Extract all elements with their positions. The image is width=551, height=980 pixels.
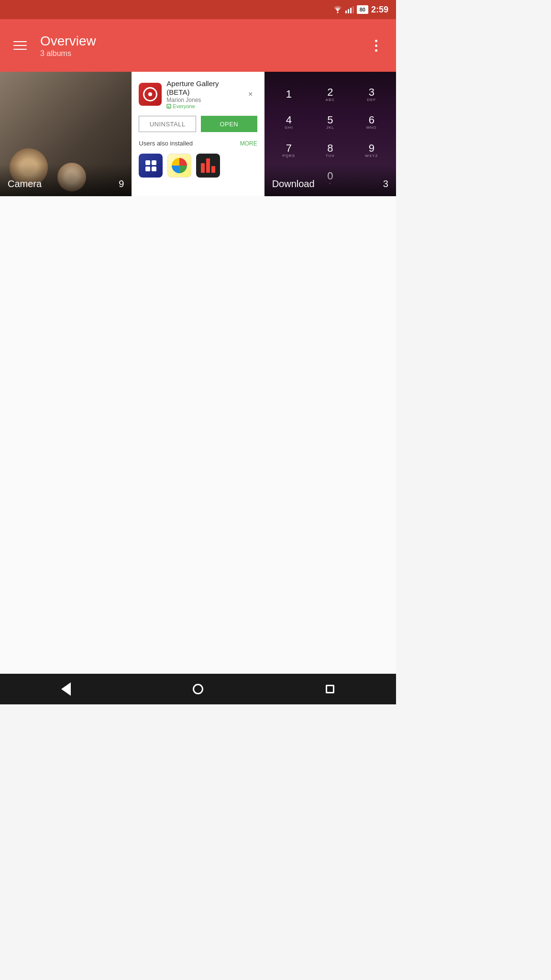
hamburger-line-1 (13, 41, 27, 42)
svg-rect-3 (350, 8, 352, 13)
albums-count: 3 albums (40, 49, 365, 58)
app-card-actions: UNINSTALL OPEN (132, 114, 264, 137)
pin-key-7: 7 PQRS (269, 137, 309, 164)
pin-key-9: 9 WXYZ (352, 137, 391, 164)
app-bar: Overview 3 albums (0, 19, 396, 72)
pin-key-2: 2 ABC (310, 81, 350, 108)
pin-key-3: 3 DEF (352, 81, 391, 108)
app-card-overlay: Aperture Gallery (BETA) Marion Jones E E… (132, 72, 264, 196)
app-name: Aperture Gallery (BETA) (166, 79, 239, 97)
recents-icon (326, 685, 334, 693)
back-icon (61, 682, 71, 696)
suggested-app-1[interactable] (139, 154, 163, 178)
uninstall-button[interactable]: UNINSTALL (139, 116, 196, 132)
camera-album-count: 9 (119, 178, 124, 189)
app-icon-inner (143, 87, 157, 101)
pin-key-6: 6 MNO (352, 110, 391, 136)
overflow-dot-1 (375, 40, 377, 42)
svg-rect-2 (348, 9, 349, 13)
app-author: Marion Jones (166, 97, 239, 103)
grid-cell-1 (145, 160, 150, 165)
navigation-bar (0, 674, 396, 704)
download-album-name: Download (272, 178, 315, 189)
app-info: Aperture Gallery (BETA) Marion Jones E E… (166, 79, 239, 109)
home-icon (193, 684, 203, 694)
more-button[interactable]: MORE (240, 140, 257, 147)
app-bar-title-group: Overview 3 albums (40, 33, 365, 58)
open-button[interactable]: OPEN (201, 116, 257, 132)
app-rating: E Everyone (166, 103, 239, 109)
hamburger-line-2 (13, 45, 27, 46)
app-card-apps-row (132, 150, 264, 181)
mini-bar-2 (206, 158, 210, 173)
overflow-menu-button[interactable] (365, 35, 386, 56)
pin-key-8: 8 TUV (310, 137, 350, 164)
svg-rect-4 (353, 6, 354, 13)
mini-bar-3 (211, 166, 215, 173)
pin-key-5: 5 JKL (310, 110, 350, 136)
grid-cell-3 (145, 167, 150, 171)
pin-key-4: 4 GHI (269, 110, 309, 136)
users-also-installed-section: Users also installed MORE (132, 137, 264, 150)
download-album-count: 3 (383, 178, 388, 189)
album-card-download[interactable]: 1 2 ABC 3 DEF 4 GHI 5 JKL (264, 72, 396, 196)
recents-button[interactable] (316, 675, 344, 703)
hamburger-button[interactable] (10, 35, 31, 56)
suggested-app-1-icon (142, 156, 160, 175)
pin-key-1: 1 (269, 81, 309, 108)
suggested-app-3-icon (197, 155, 219, 177)
camera-album-name: Camera (8, 178, 42, 189)
suggested-app-3[interactable] (196, 154, 220, 178)
camera-album-overlay: Camera 9 (0, 164, 132, 196)
suggested-app-2-icon (172, 158, 187, 173)
app-icon (139, 83, 162, 106)
hamburger-line-3 (13, 49, 27, 50)
back-button[interactable] (52, 675, 80, 703)
users-also-installed-label: Users also installed (139, 140, 193, 147)
svg-text:E: E (168, 105, 170, 108)
close-button[interactable]: × (244, 88, 257, 101)
svg-point-0 (337, 12, 338, 13)
albums-grid: Camera 9 Screenshots 6 Aperture Gallery … (0, 72, 396, 196)
battery-icon: 80 (357, 5, 368, 14)
svg-rect-1 (345, 11, 347, 13)
signal-icon (345, 6, 354, 13)
overflow-dot-3 (375, 49, 377, 52)
wifi-icon (333, 6, 342, 13)
status-bar: 80 2:59 (0, 0, 396, 19)
status-time: 2:59 (371, 5, 388, 15)
download-album-overlay: Download 3 (264, 164, 396, 196)
suggested-app-2[interactable] (167, 154, 191, 178)
mini-bar-1 (201, 163, 205, 173)
album-card-camera[interactable]: Camera 9 (0, 72, 132, 196)
home-button[interactable] (184, 675, 212, 703)
app-card-header: Aperture Gallery (BETA) Marion Jones E E… (132, 72, 264, 114)
overflow-dot-2 (375, 45, 377, 47)
album-card-screenshots[interactable]: Screenshots 6 Aperture Gallery (BETA) Ma… (132, 72, 264, 196)
content-area (0, 196, 396, 674)
grid-cell-2 (152, 160, 156, 165)
page-title: Overview (40, 33, 365, 49)
grid-cell-4 (152, 167, 156, 171)
everyone-icon: E (166, 104, 171, 109)
app-icon-dot (148, 92, 152, 96)
